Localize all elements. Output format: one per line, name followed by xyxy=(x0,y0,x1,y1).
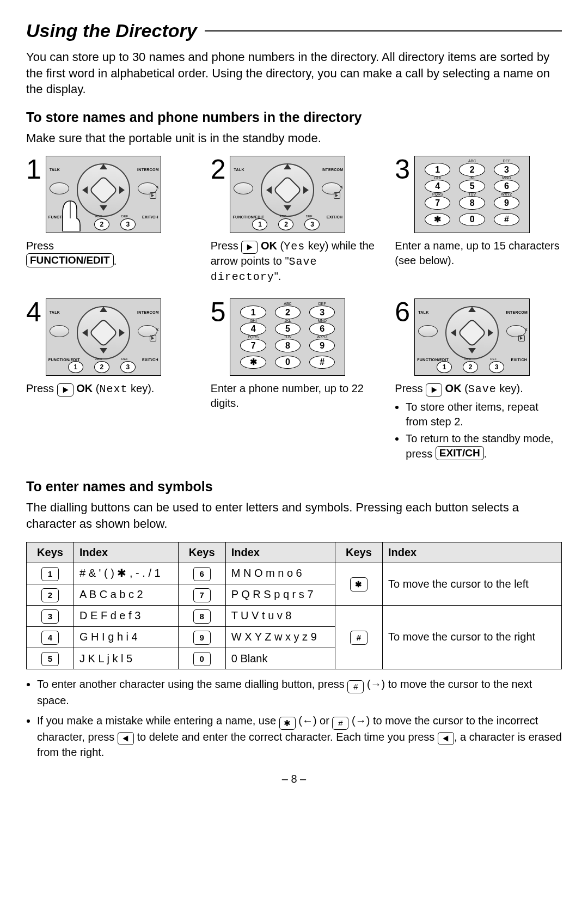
key-2-icon: 2 xyxy=(94,218,109,230)
table-row: 1 # & ' ( ) ✱ , - . / 1 6 M N O m n o 6 … xyxy=(27,563,562,584)
step-6-illustration: TALK INTERCOM FUNCTION/EDIT EXIT/CH ►OK … xyxy=(414,298,530,376)
key-5-icon: 5 xyxy=(41,652,59,666)
svg-marker-0 xyxy=(247,245,253,251)
step-5-num: 5 xyxy=(211,298,226,326)
key-6-icon: 6 xyxy=(193,567,211,581)
key-4-icon: 4 xyxy=(41,631,59,645)
step-2-num: 2 xyxy=(211,156,226,183)
th-keys-3: Keys xyxy=(335,542,382,563)
step-1-illustration: TALK INTERCOM FUNCTION/EDIT EXIT/CH ►OK … xyxy=(46,156,161,233)
step-6-caption: Press OK (Save key). To store other item… xyxy=(395,381,562,463)
step-3: 3 1 ABC2 DEF3 GHI4 JKL5 MNO6 PQRS7 TUV8 … xyxy=(395,156,562,284)
svg-marker-2 xyxy=(432,387,437,393)
th-index-3: Index xyxy=(382,542,561,563)
tiny-abc: ABC xyxy=(95,214,102,218)
key-7-icon: 7 xyxy=(193,588,211,602)
store-heading: To store names and phone numbers in the … xyxy=(26,108,562,127)
key-9-icon: 9 xyxy=(193,631,211,645)
keypad-icon: 1 ABC2 DEF3 GHI4 JKL5 MNO6 PQRS7 TUV8 WX… xyxy=(230,299,345,375)
step-5-illustration: 1 ABC2 DEF3 GHI4 JKL5 MNO6 PQRS7 TUV8 WX… xyxy=(230,298,345,376)
step-2-caption: Press OK (Yes key) while the arrow point… xyxy=(211,239,378,284)
th-index-2: Index xyxy=(225,542,335,563)
dpad-right-icon xyxy=(119,186,125,194)
step-1: 1 TALK INTERCOM FUNCTION/EDIT EXIT/CH ►O… xyxy=(26,156,193,284)
svg-marker-4 xyxy=(443,736,448,742)
key-8-icon: 8 xyxy=(193,609,211,624)
label-exit-ch: EXIT/CH xyxy=(142,215,158,219)
hash-key-icon: # xyxy=(332,717,348,730)
left-key-icon xyxy=(438,732,454,745)
star-key-icon: ✱ xyxy=(279,717,296,730)
enter-intro: The dialling buttons can be used to ente… xyxy=(26,499,562,532)
step-5: 5 1 ABC2 DEF3 GHI4 JKL5 MNO6 PQRS7 TUV8 … xyxy=(211,298,378,463)
ok-right-key-icon xyxy=(241,241,258,254)
page-title: Using the Directory xyxy=(26,19,562,44)
ok-right-key-icon xyxy=(426,383,442,396)
step-6-bullet-2: To return to the standby mode, press EXI… xyxy=(406,431,562,461)
svg-marker-1 xyxy=(63,387,68,393)
step-4-num: 4 xyxy=(26,298,41,326)
ok-small-icon xyxy=(150,192,156,199)
note-1: To enter another character using the sam… xyxy=(37,677,562,708)
label-intercom: INTERCOM xyxy=(137,167,159,172)
ok-right-key-icon xyxy=(57,383,74,396)
key-2-icon: 2 xyxy=(41,588,59,602)
dpad-down-icon xyxy=(100,205,107,211)
key-star-icon: ✱ xyxy=(350,577,367,591)
key-hash-icon: # xyxy=(350,631,367,645)
left-key-icon xyxy=(118,732,134,745)
hash-key-icon: # xyxy=(347,680,364,693)
table-row: 3 D E F d e f 3 8 T U V t u v 8 # To mov… xyxy=(27,605,562,626)
label-talk: TALK xyxy=(50,167,60,172)
step-3-num: 3 xyxy=(395,156,410,183)
th-keys-2: Keys xyxy=(178,542,225,563)
exit-ch-keycap: EXIT/CH xyxy=(436,446,484,460)
step-2: 2 TALK INTERCOM FUNCTION/EDIT EXIT/CH ►O… xyxy=(211,156,378,284)
step-1-num: 1 xyxy=(26,156,41,183)
step-2-illustration: TALK INTERCOM FUNCTION/EDIT EXIT/CH ►OK … xyxy=(230,156,345,233)
step-6: 6 TALK INTERCOM FUNCTION/EDIT EXIT/CH ►O… xyxy=(395,298,562,463)
step-4-caption: Press OK (Next key). xyxy=(26,381,193,396)
function-edit-keycap: FUNCTION/EDIT xyxy=(26,253,114,267)
intro-paragraph: You can store up to 30 names and phone n… xyxy=(26,49,562,97)
step-1-caption: Press FUNCTION/EDIT. xyxy=(26,239,193,269)
store-note: Make sure that the portable unit is in t… xyxy=(26,130,562,147)
th-index-1: Index xyxy=(74,542,179,563)
th-keys-1: Keys xyxy=(27,542,74,563)
tiny-def: DEF xyxy=(121,214,128,218)
note-2: If you make a mistake while entering a n… xyxy=(37,713,562,760)
key-3-icon: 3 xyxy=(41,609,59,624)
keypad-icon: 1 ABC2 DEF3 GHI4 JKL5 MNO6 PQRS7 TUV8 WX… xyxy=(415,156,529,233)
title-rule xyxy=(205,30,562,32)
finger-press-icon xyxy=(58,197,83,231)
dpad-up-icon xyxy=(100,164,107,169)
page-number: – 8 – xyxy=(26,772,562,786)
step-6-num: 6 xyxy=(395,298,410,326)
svg-marker-3 xyxy=(122,736,128,742)
dpad-left-icon xyxy=(82,186,88,194)
oval-talk-button xyxy=(50,182,69,194)
footer-notes: To enter another character using the sam… xyxy=(26,677,562,760)
step-3-illustration: 1 ABC2 DEF3 GHI4 JKL5 MNO6 PQRS7 TUV8 WX… xyxy=(414,156,530,233)
page-title-text: Using the Directory xyxy=(26,19,197,44)
enter-heading: To enter names and symbols xyxy=(26,478,562,496)
key-3-icon: 3 xyxy=(120,218,136,230)
key-1-icon: 1 xyxy=(41,567,59,581)
key-index-table: Keys Index Keys Index Keys Index 1 # & '… xyxy=(26,542,562,670)
step-4: 4 TALK INTERCOM FUNCTION/EDIT EXIT/CH ►O… xyxy=(26,298,193,463)
step-4-illustration: TALK INTERCOM FUNCTION/EDIT EXIT/CH ►OK … xyxy=(46,298,161,376)
step-3-caption: Enter a name, up to 15 characters (see b… xyxy=(395,239,562,268)
steps-grid: 1 TALK INTERCOM FUNCTION/EDIT EXIT/CH ►O… xyxy=(26,156,562,463)
step-6-bullet-1: To store other items, repeat from step 2… xyxy=(406,400,562,429)
key-0-icon: 0 xyxy=(193,652,211,666)
step-5-caption: Enter a phone number, up to 22 digits. xyxy=(211,381,378,411)
